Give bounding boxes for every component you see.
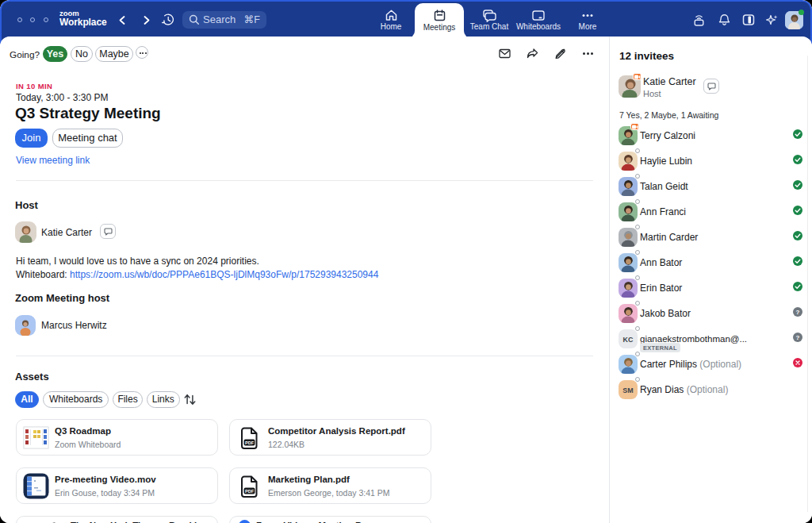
svg-text:PDF: PDF: [245, 489, 255, 494]
svg-text:?: ?: [796, 309, 800, 316]
svg-text:?: ?: [796, 334, 800, 341]
svg-text:KC: KC: [623, 336, 634, 344]
svg-text:SM: SM: [622, 386, 633, 394]
svg-text:PDF: PDF: [245, 440, 255, 445]
